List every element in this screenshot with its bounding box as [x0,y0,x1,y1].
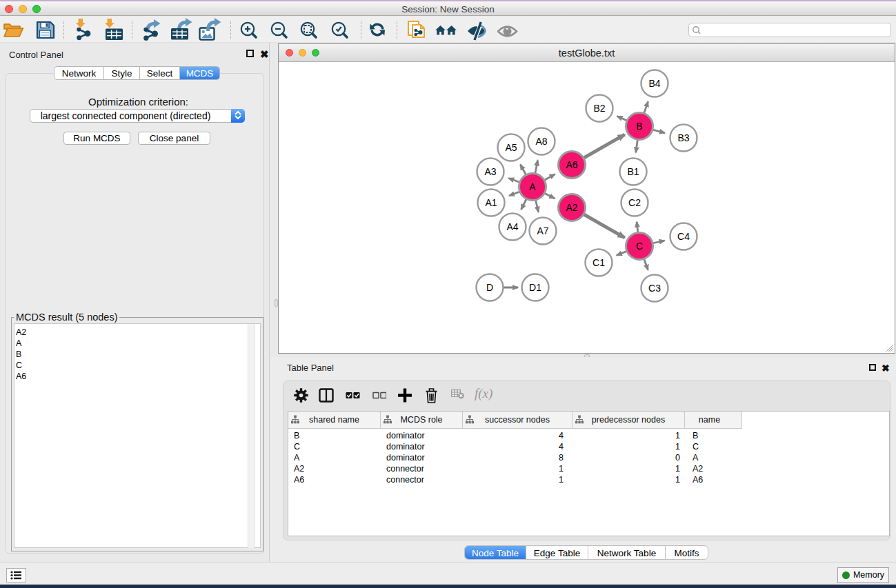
svg-text:C: C [636,241,643,252]
svg-text:D: D [486,282,493,293]
svg-text:D1: D1 [529,282,541,293]
svg-text:A7: A7 [537,225,548,236]
svg-text:B1: B1 [627,166,639,177]
svg-text:A3: A3 [484,166,496,177]
svg-text:B2: B2 [593,103,605,114]
svg-text:A2: A2 [566,202,577,213]
svg-text:B: B [636,121,642,132]
svg-text:B4: B4 [648,78,660,89]
svg-text:C2: C2 [628,197,641,208]
svg-text:A: A [529,181,536,192]
svg-text:B3: B3 [677,132,689,143]
svg-text:C4: C4 [677,231,690,242]
svg-text:A8: A8 [535,136,547,147]
svg-text:C1: C1 [593,257,605,268]
svg-text:A1: A1 [485,197,497,208]
svg-text:A5: A5 [505,142,517,153]
svg-text:A6: A6 [566,159,577,170]
svg-text:C3: C3 [648,283,661,294]
svg-text:A4: A4 [506,221,518,232]
